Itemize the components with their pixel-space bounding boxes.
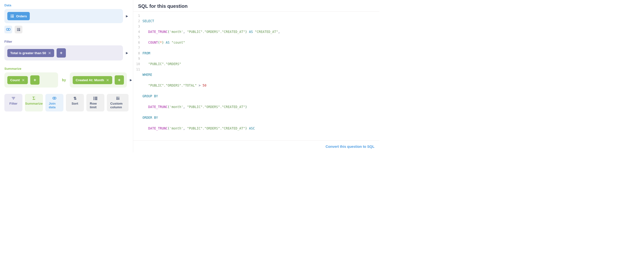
join-data-shortcut[interactable] [4, 26, 12, 34]
action-label: Custom column [110, 102, 125, 109]
action-label: Summarize [25, 102, 43, 105]
preview-caret-icon[interactable]: ▶ [129, 78, 132, 82]
remove-aggregate-icon[interactable]: ✕ [22, 78, 25, 82]
line-number-gutter: 1 2 3 4 5 6 7 8 9 10 11 [133, 13, 142, 139]
data-card: Orders [4, 9, 123, 23]
venn-icon [52, 96, 56, 100]
filter-icon [12, 96, 15, 100]
table-icon [10, 14, 14, 18]
add-breakout-button[interactable]: + [115, 75, 124, 85]
preview-caret-icon[interactable]: ▶ [126, 14, 128, 18]
remove-filter-icon[interactable]: ✕ [48, 51, 51, 55]
rowlimit-icon [94, 96, 97, 100]
add-summarize-step-button[interactable]: Σ Summarize [25, 94, 43, 112]
venn-icon [6, 28, 10, 31]
sql-preview-panel: SQL for this question 1 2 3 4 5 6 7 8 9 … [133, 0, 379, 152]
sort-icon: ⇅ [73, 96, 77, 100]
filter-condition-pill[interactable]: Total is greater than 50 ✕ [7, 49, 54, 57]
preview-caret-icon[interactable]: ▶ [126, 51, 128, 55]
custom-column-icon [17, 28, 20, 31]
aggregate-card: Count ✕ + [4, 72, 58, 88]
aggregate-pill[interactable]: Count ✕ [7, 76, 28, 84]
action-label: Sort [72, 102, 78, 105]
action-label: Join data [49, 102, 60, 109]
add-join-step-button[interactable]: Join data [45, 94, 64, 112]
summarize-section-label: Summarize [4, 67, 128, 70]
custom-column-icon [116, 96, 120, 100]
action-label: Row limit [90, 102, 101, 109]
add-sort-step-button[interactable]: ⇅ Sort [66, 94, 84, 112]
breakout-text: Created At: Month [76, 78, 104, 82]
breakout-card: Created At: Month ✕ + [70, 72, 127, 88]
aggregate-text: Count [10, 78, 20, 82]
action-label: Filter [9, 102, 17, 105]
notebook-editor: Data Orders ▶ [0, 0, 133, 152]
custom-column-shortcut[interactable] [15, 26, 22, 34]
add-rowlimit-step-button[interactable]: Row limit [86, 94, 104, 112]
add-filter-button[interactable]: + [56, 48, 66, 58]
filter-card: Total is greater than 50 ✕ + [4, 45, 123, 60]
data-section-label: Data [4, 4, 128, 7]
sql-code: SELECT DATE_TRUNC('month', "PUBLIC"."ORD… [142, 13, 379, 139]
data-table-name: Orders [16, 14, 27, 18]
add-filter-step-button[interactable]: Filter [4, 94, 22, 112]
breakout-pill[interactable]: Created At: Month ✕ [73, 76, 112, 84]
filter-section-label: Filter [4, 40, 128, 44]
add-aggregate-button[interactable]: + [30, 75, 40, 85]
sql-code-viewer: 1 2 3 4 5 6 7 8 9 10 11 SELECT DATE_TRUN… [133, 12, 379, 141]
sigma-icon: Σ [32, 96, 36, 100]
data-table-pill[interactable]: Orders [7, 12, 30, 20]
step-action-row: Filter Σ Summarize Join data ⇅ Sort Row … [4, 94, 128, 112]
remove-breakout-icon[interactable]: ✕ [106, 78, 109, 82]
by-label: by [60, 78, 67, 82]
sql-panel-title: SQL for this question [133, 0, 379, 12]
filter-condition-text: Total is greater than 50 [10, 51, 46, 55]
convert-to-sql-link[interactable]: Convert this question to SQL [326, 144, 374, 148]
add-customcolumn-step-button[interactable]: Custom column [107, 94, 128, 112]
